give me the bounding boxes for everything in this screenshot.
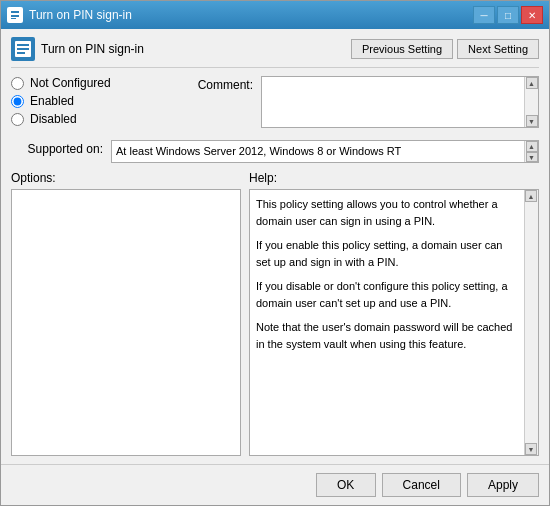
- supported-section: Supported on: At least Windows Server 20…: [11, 140, 539, 163]
- help-paragraph-1: This policy setting allows you to contro…: [256, 196, 516, 229]
- help-paragraph-3: If you disable or don't configure this p…: [256, 278, 516, 311]
- comment-label: Comment:: [161, 76, 261, 128]
- help-scroll-track: [525, 202, 538, 443]
- enabled-label: Enabled: [30, 94, 74, 108]
- comment-textarea[interactable]: [262, 77, 538, 127]
- help-label: Help:: [249, 171, 539, 185]
- policy-icon: [11, 37, 35, 61]
- svg-rect-6: [17, 48, 29, 50]
- supported-scrollbar: ▲ ▼: [524, 141, 538, 162]
- ok-button[interactable]: OK: [316, 473, 376, 497]
- cancel-button[interactable]: Cancel: [382, 473, 461, 497]
- supported-value: At least Windows Server 2012, Windows 8 …: [116, 145, 401, 157]
- title-bar-controls: ─ □ ✕: [473, 6, 543, 24]
- help-paragraph-4: Note that the user's domain password wil…: [256, 319, 516, 352]
- content-area: Turn on PIN sign-in Previous Setting Nex…: [1, 29, 549, 464]
- window-title: Turn on PIN sign-in: [29, 8, 132, 22]
- comment-scroll-up[interactable]: ▲: [526, 77, 538, 89]
- header-section: Turn on PIN sign-in Previous Setting Nex…: [11, 37, 539, 68]
- disabled-option[interactable]: Disabled: [11, 112, 151, 126]
- options-label: Options:: [11, 171, 241, 185]
- not-configured-option[interactable]: Not Configured: [11, 76, 151, 90]
- supported-wrapper: At least Windows Server 2012, Windows 8 …: [111, 140, 539, 163]
- help-paragraph-2: If you enable this policy setting, a dom…: [256, 237, 516, 270]
- enabled-option[interactable]: Enabled: [11, 94, 151, 108]
- comment-scroll-down[interactable]: ▼: [526, 115, 538, 127]
- help-panel: Help: This policy setting allows you to …: [249, 171, 539, 456]
- previous-setting-button[interactable]: Previous Setting: [351, 39, 453, 59]
- help-scroll-up[interactable]: ▲: [525, 190, 537, 202]
- comment-section: Comment: ▲ ▼: [161, 76, 539, 134]
- apply-button[interactable]: Apply: [467, 473, 539, 497]
- not-configured-radio[interactable]: [11, 77, 24, 90]
- header-buttons: Previous Setting Next Setting: [351, 39, 539, 59]
- supported-label: Supported on:: [11, 140, 111, 156]
- comment-row: Comment: ▲ ▼: [161, 76, 539, 128]
- options-panel: Options:: [11, 171, 241, 456]
- close-button[interactable]: ✕: [521, 6, 543, 24]
- svg-rect-5: [17, 44, 29, 46]
- svg-rect-7: [17, 52, 25, 54]
- comment-scrollbar: ▲ ▼: [524, 77, 538, 127]
- disabled-radio[interactable]: [11, 113, 24, 126]
- svg-rect-2: [11, 15, 19, 17]
- disabled-label: Disabled: [30, 112, 77, 126]
- enabled-radio[interactable]: [11, 95, 24, 108]
- window-icon: [7, 7, 23, 23]
- radio-section: Not Configured Enabled Disabled: [11, 76, 151, 126]
- main-panels: Options: Help: This policy setting allow…: [11, 171, 539, 456]
- header-left: Turn on PIN sign-in: [11, 37, 144, 61]
- title-bar: Turn on PIN sign-in ─ □ ✕: [1, 1, 549, 29]
- options-box: [11, 189, 241, 456]
- policy-title: Turn on PIN sign-in: [41, 42, 144, 56]
- maximize-button[interactable]: □: [497, 6, 519, 24]
- supported-scroll-down[interactable]: ▼: [526, 152, 538, 163]
- svg-rect-3: [11, 18, 16, 19]
- supported-scroll-up[interactable]: ▲: [526, 141, 538, 152]
- main-window: Turn on PIN sign-in ─ □ ✕ Turn on PIN si: [0, 0, 550, 506]
- svg-rect-1: [11, 11, 19, 13]
- help-box: This policy setting allows you to contro…: [249, 189, 539, 456]
- next-setting-button[interactable]: Next Setting: [457, 39, 539, 59]
- help-text: This policy setting allows you to contro…: [256, 196, 532, 352]
- title-bar-left: Turn on PIN sign-in: [7, 7, 132, 23]
- footer: OK Cancel Apply: [1, 464, 549, 505]
- comment-wrapper: ▲ ▼: [261, 76, 539, 128]
- minimize-button[interactable]: ─: [473, 6, 495, 24]
- help-scroll-down[interactable]: ▼: [525, 443, 537, 455]
- not-configured-label: Not Configured: [30, 76, 111, 90]
- help-scrollbar: ▲ ▼: [524, 190, 538, 455]
